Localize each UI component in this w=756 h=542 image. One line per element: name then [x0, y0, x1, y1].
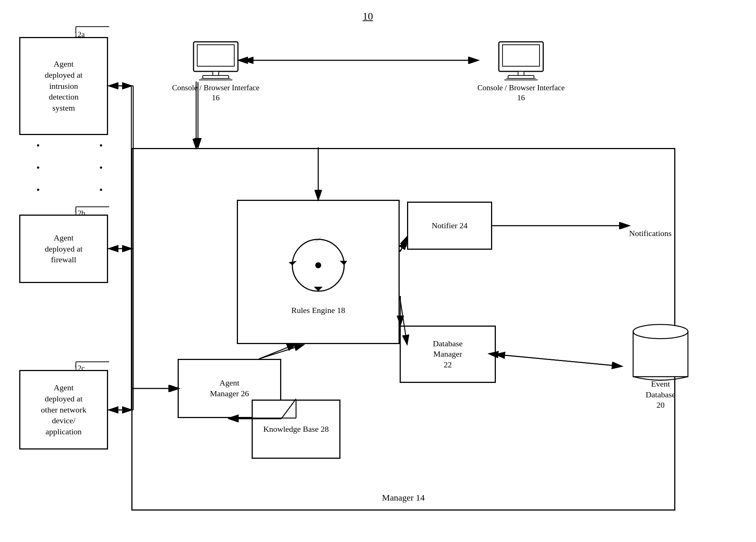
agent-a-id: 12a	[74, 30, 85, 39]
agent-a-box: Agentdeployed atintrusiondetectionsystem	[19, 37, 108, 135]
diagram: 10 Agentdeployed atintrusiondetectionsys…	[0, 0, 756, 542]
dot-5	[100, 166, 102, 169]
dot-2	[37, 166, 39, 169]
rules-engine-box: Rules Engine 18	[237, 200, 400, 344]
notifier-box: Notifier 24	[407, 202, 492, 250]
agent-c-box: Agentdeployed atother networkdevice/appl…	[19, 370, 108, 450]
knowledge-base-label: Knowledge Base 28	[263, 424, 329, 435]
agent-b-id: 12b	[74, 209, 85, 218]
console-left: Console / Browser Interface16	[172, 40, 259, 103]
dot-3	[37, 189, 39, 191]
dot-4	[100, 144, 102, 147]
svg-rect-3	[203, 75, 229, 78]
agent-b-label: Agentdeployed atfirewall	[45, 232, 83, 265]
event-database: EventDatabase20	[622, 322, 699, 411]
agent-a-label: Agentdeployed atintrusiondetectionsystem	[45, 58, 83, 113]
svg-rect-9	[508, 75, 534, 78]
dot-1	[37, 144, 39, 147]
agent-b-box: Agentdeployed atfirewall	[19, 215, 108, 283]
svg-marker-12	[340, 261, 347, 265]
notifications-label: Notifications	[629, 229, 672, 238]
computer-icon-right	[497, 40, 545, 81]
console-right-label: Console / Browser Interface16	[477, 83, 565, 103]
svg-point-18	[633, 324, 688, 339]
notifier-label: Notifier 24	[431, 220, 467, 231]
rules-engine-label: Rules Engine 18	[291, 305, 345, 316]
knowledge-base-box: Knowledge Base 28	[252, 400, 340, 459]
computer-icon-left	[192, 40, 240, 81]
diagram-title: 10	[363, 10, 373, 22]
event-database-icon	[622, 322, 699, 386]
console-right: Console / Browser Interface16	[477, 40, 565, 103]
agent-manager-label: AgentManager 26	[210, 378, 249, 399]
database-manager-label: DatabaseManager22	[433, 339, 463, 370]
agent-c-label: Agentdeployed atother networkdevice/appl…	[41, 382, 87, 437]
dot-6	[100, 189, 102, 191]
console-left-label: Console / Browser Interface16	[172, 83, 259, 103]
svg-point-16	[315, 262, 321, 268]
svg-rect-1	[197, 45, 234, 66]
svg-rect-7	[503, 45, 540, 66]
rules-engine-icon	[281, 228, 355, 302]
database-manager-box: DatabaseManager22	[400, 326, 496, 383]
agent-c-id: 12c	[74, 364, 85, 373]
manager-label: Manager 14	[382, 493, 424, 503]
event-database-label: EventDatabase20	[646, 379, 676, 411]
